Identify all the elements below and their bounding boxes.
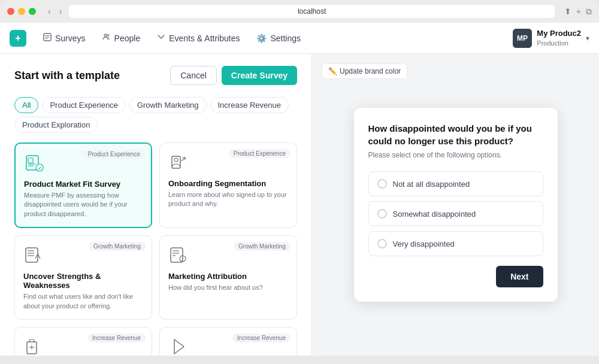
page-header: Start with a template Cancel Create Surv…: [14, 66, 297, 85]
surveys-icon: [43, 33, 52, 43]
more-button[interactable]: ⧉: [586, 7, 592, 17]
profile-name: My Produc2: [537, 29, 581, 39]
svg-rect-9: [28, 158, 33, 163]
profile-info: My Produc2 Production: [537, 29, 581, 47]
create-survey-button[interactable]: Create Survey: [222, 66, 297, 85]
filter-tab-product-experience[interactable]: Product Experience: [42, 97, 125, 113]
share-button[interactable]: ⬆: [564, 7, 571, 17]
pencil-icon: ✏️: [328, 67, 337, 75]
brand-color-label: Update brand color: [340, 67, 401, 75]
left-panel: Start with a template Cancel Create Surv…: [0, 54, 311, 356]
card-badge-churn: Increase Revenue: [87, 333, 146, 342]
template-card-attribution[interactable]: Growth Marketing Marketing Attribution H…: [159, 235, 297, 320]
filter-tab-increase-revenue[interactable]: Increase Revenue: [210, 97, 289, 113]
avatar[interactable]: MP: [513, 29, 532, 48]
events-label: Events & Attributes: [169, 34, 240, 43]
svg-text:MP: MP: [517, 34, 528, 43]
page-title: Start with a template: [14, 69, 120, 82]
card-icon-trial: [168, 336, 190, 356]
card-desc-attribution: How did you first hear about us?: [168, 283, 288, 292]
card-badge-pmf: Product Experience: [83, 150, 145, 159]
survey-preview-card: How disappointed would you be if you cou…: [354, 108, 558, 302]
traffic-light-green[interactable]: [29, 8, 36, 15]
people-icon: [102, 33, 111, 43]
survey-option-text-not-at-all: Not at all disappointed: [393, 180, 470, 189]
address-bar[interactable]: localhost: [69, 5, 554, 18]
template-card-trial[interactable]: Increase Revenue Missed Trial Conversion…: [159, 327, 297, 356]
survey-question: How disappointed would you be if you cou…: [368, 122, 543, 147]
card-badge-onboarding: Product Experience: [229, 149, 291, 158]
traffic-light-red[interactable]: [7, 8, 14, 15]
svg-point-5: [107, 35, 109, 37]
card-title-pmf: Product Market Fit Survey: [24, 180, 143, 189]
card-badge-trial: Increase Revenue: [232, 333, 291, 342]
card-badge-attribution: Growth Marketing: [234, 242, 291, 251]
survey-footer: Next: [368, 266, 543, 287]
nav-item-settings[interactable]: ⚙️ Settings: [249, 29, 308, 47]
radio-somewhat: [377, 209, 387, 219]
svg-rect-16: [26, 248, 38, 262]
traffic-light-yellow[interactable]: [18, 8, 25, 15]
template-grid: Product Experience ✓ Product Market Fit …: [14, 142, 297, 356]
card-desc-strengths: Find out what users like and don't like …: [23, 292, 143, 311]
survey-option-very[interactable]: Very disappointed: [368, 231, 543, 256]
card-desc-pmf: Measure PMF by assessing how disappointe…: [24, 191, 143, 219]
forward-button[interactable]: ›: [57, 5, 65, 17]
nav-items: Surveys People Events & Attributes ⚙️ Se…: [36, 29, 513, 47]
main-content: Start with a template Cancel Create Surv…: [0, 54, 599, 356]
people-label: People: [114, 34, 141, 43]
card-title-attribution: Marketing Attribution: [168, 272, 288, 281]
card-title-onboarding: Onboarding Segmentation: [168, 179, 288, 188]
right-panel: ✏️ Update brand color How disappointed w…: [311, 54, 599, 356]
cancel-button[interactable]: Cancel: [170, 66, 217, 85]
card-title-strengths: Uncover Strengths & Weaknesses: [23, 272, 143, 290]
radio-very: [377, 239, 387, 248]
svg-point-15: [174, 158, 178, 162]
filter-tab-all[interactable]: All: [14, 97, 38, 113]
filter-tab-growth-marketing[interactable]: Growth Marketing: [129, 97, 207, 113]
nav-item-events[interactable]: Events & Attributes: [150, 29, 247, 47]
header-actions: Cancel Create Survey: [170, 66, 297, 85]
card-icon-onboarding: [168, 151, 190, 173]
card-icon-attribution: [168, 244, 190, 266]
nav-item-surveys[interactable]: Surveys: [36, 29, 93, 47]
navbar: + Surveys People Events & Attributes: [0, 23, 599, 54]
survey-option-somewhat[interactable]: Somewhat disappointed: [368, 201, 543, 226]
template-card-strengths[interactable]: Growth Marketing Uncover Strengths & Wea…: [14, 235, 152, 320]
template-card-churn[interactable]: Increase Revenue Churn Survey Find out w…: [14, 327, 152, 356]
url-text: localhost: [298, 7, 326, 16]
survey-subtitle: Please select one of the following optio…: [368, 151, 543, 159]
profile-chevron-icon[interactable]: ▾: [586, 34, 589, 43]
settings-icon: ⚙️: [256, 34, 267, 43]
svg-text:✓: ✓: [38, 166, 42, 171]
card-badge-strengths: Growth Marketing: [89, 242, 146, 251]
card-desc-onboarding: Learn more about who signed up to your p…: [168, 190, 288, 209]
profile-section: MP My Produc2 Production ▾: [513, 29, 589, 48]
new-tab-button[interactable]: +: [576, 7, 581, 17]
nav-item-people[interactable]: People: [95, 29, 148, 47]
events-icon: [157, 33, 165, 43]
svg-point-4: [104, 34, 107, 37]
profile-subtitle: Production: [537, 39, 581, 47]
survey-option-not-at-all[interactable]: Not at all disappointed: [368, 171, 543, 196]
radio-not-at-all: [377, 179, 387, 189]
survey-option-text-very: Very disappointed: [393, 239, 455, 248]
template-card-pmf[interactable]: Product Experience ✓ Product Market Fit …: [14, 142, 152, 228]
next-button[interactable]: Next: [496, 266, 543, 287]
svg-rect-20: [171, 248, 183, 262]
brand-color-button[interactable]: ✏️ Update brand color: [322, 63, 407, 79]
filter-tabs: All Product Experience Growth Marketing …: [14, 97, 297, 133]
survey-option-text-somewhat: Somewhat disappointed: [393, 210, 476, 219]
card-icon-churn: [23, 336, 45, 356]
template-card-onboarding[interactable]: Product Experience Onboarding Segmentati…: [159, 142, 297, 228]
card-icon-pmf: ✓: [24, 152, 46, 174]
card-icon-strengths: [23, 244, 45, 266]
nav-logo[interactable]: +: [10, 30, 26, 47]
back-button[interactable]: ‹: [46, 5, 53, 17]
surveys-label: Surveys: [55, 34, 86, 43]
filter-tab-product-exploration[interactable]: Product Exploration: [14, 117, 98, 133]
settings-label: Settings: [270, 34, 301, 43]
